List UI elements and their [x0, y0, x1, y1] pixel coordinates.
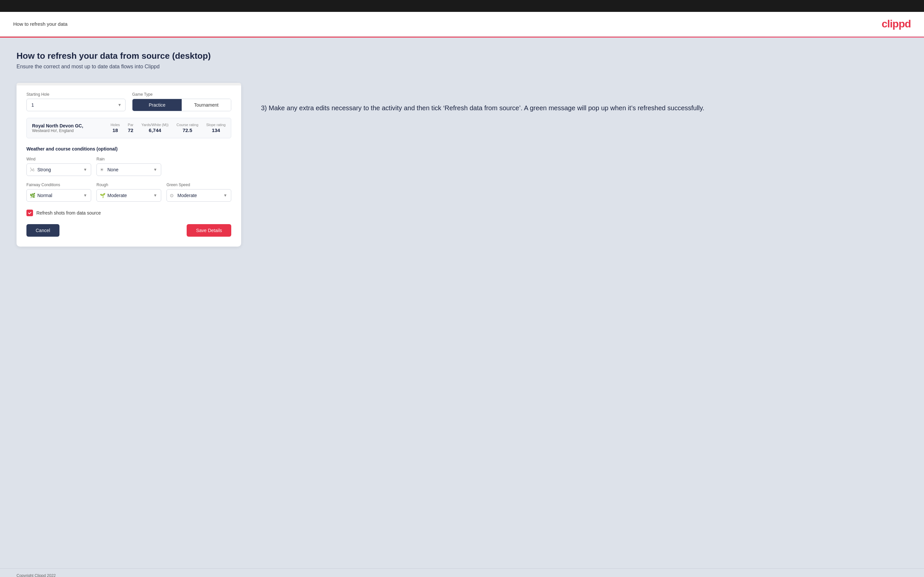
- copyright-text: Copyright Clippd 2022: [16, 573, 56, 577]
- fairway-group: Fairway Conditions 🌿 Normal Soft Firm ▼: [26, 182, 91, 202]
- weather-section-title: Weather and course conditions (optional): [26, 146, 231, 152]
- stat-course-rating: Course rating 72.5: [176, 123, 198, 133]
- practice-button[interactable]: Practice: [132, 99, 182, 111]
- green-speed-group: Green Speed ⊙ Moderate Slow Fast ▼: [166, 182, 231, 202]
- starting-hole-label: Starting Hole: [26, 92, 126, 97]
- rough-select[interactable]: Moderate Short Long: [97, 189, 161, 202]
- game-type-toggle: Practice Tournament: [132, 99, 231, 111]
- holes-label: Holes: [111, 123, 120, 127]
- game-type-group: Game Type Practice Tournament: [132, 92, 231, 111]
- course-location: Westward Ho!, England: [32, 128, 111, 133]
- form-row-top: Starting Hole 1 10 ▼ Game Type Practice …: [26, 92, 231, 111]
- side-note: 3) Make any extra edits necessary to the…: [261, 83, 908, 113]
- slope-rating-label: Slope rating: [206, 123, 226, 127]
- wind-select-wrapper: 🌬 Strong None Light Moderate ▼: [26, 163, 91, 176]
- refresh-label: Refresh shots from data source: [36, 210, 101, 216]
- starting-hole-select[interactable]: 1 10: [26, 99, 126, 111]
- wind-label: Wind: [26, 157, 91, 161]
- course-row: Royal North Devon GC, Westward Ho!, Engl…: [26, 118, 231, 138]
- slope-rating-value: 134: [212, 127, 220, 133]
- checkmark-icon: [28, 211, 32, 215]
- par-value: 72: [128, 127, 134, 133]
- cancel-button[interactable]: Cancel: [26, 224, 60, 237]
- wind-rain-row: Wind 🌬 Strong None Light Moderate ▼ Rain: [26, 157, 231, 176]
- starting-hole-select-wrapper: 1 10 ▼: [26, 99, 126, 111]
- rough-label: Rough: [97, 182, 161, 187]
- rough-select-wrapper: 🌱 Moderate Short Long ▼: [97, 189, 161, 202]
- course-stats: Holes 18 Par 72 Yards/White (M)) 6,744 C…: [111, 123, 226, 133]
- wind-group: Wind 🌬 Strong None Light Moderate ▼: [26, 157, 91, 176]
- conditions-bottom-row: Fairway Conditions 🌿 Normal Soft Firm ▼ …: [26, 182, 231, 202]
- holes-value: 18: [112, 127, 118, 133]
- rain-select-wrapper: ☀ None Light Moderate Heavy ▼: [97, 163, 161, 176]
- starting-hole-group: Starting Hole 1 10 ▼: [26, 92, 126, 111]
- tournament-button[interactable]: Tournament: [182, 99, 231, 111]
- rain-label: Rain: [97, 157, 161, 161]
- course-info: Royal North Devon GC, Westward Ho!, Engl…: [32, 123, 111, 133]
- rain-select[interactable]: None Light Moderate Heavy: [97, 163, 161, 176]
- footer: Copyright Clippd 2022: [0, 569, 924, 577]
- green-speed-label: Green Speed: [166, 182, 231, 187]
- button-row: Cancel Save Details: [26, 224, 231, 237]
- stat-yards: Yards/White (M)) 6,744: [141, 123, 168, 133]
- fairway-select-wrapper: 🌿 Normal Soft Firm ▼: [26, 189, 91, 202]
- green-speed-select-wrapper: ⊙ Moderate Slow Fast ▼: [166, 189, 231, 202]
- page-heading: How to refresh your data from source (de…: [16, 51, 908, 61]
- green-speed-select[interactable]: Moderate Slow Fast: [166, 189, 231, 202]
- content-area: Starting Hole 1 10 ▼ Game Type Practice …: [16, 83, 908, 247]
- yards-label: Yards/White (M)): [141, 123, 168, 127]
- fairway-label: Fairway Conditions: [26, 182, 91, 187]
- page-subheading: Ensure the correct and most up to date d…: [16, 64, 908, 70]
- yards-value: 6,744: [149, 127, 161, 133]
- refresh-checkbox-row[interactable]: Refresh shots from data source: [26, 210, 231, 216]
- form-card: Starting Hole 1 10 ▼ Game Type Practice …: [16, 83, 241, 247]
- wind-select[interactable]: Strong None Light Moderate: [26, 163, 91, 176]
- refresh-checkbox[interactable]: [26, 210, 33, 216]
- rough-group: Rough 🌱 Moderate Short Long ▼: [97, 182, 161, 202]
- par-label: Par: [128, 123, 134, 127]
- side-note-text: 3) Make any extra edits necessary to the…: [261, 103, 908, 113]
- stat-holes: Holes 18: [111, 123, 120, 133]
- save-button[interactable]: Save Details: [187, 224, 231, 237]
- rain-group: Rain ☀ None Light Moderate Heavy ▼: [97, 157, 161, 176]
- fairway-select[interactable]: Normal Soft Firm: [26, 189, 91, 202]
- stat-slope-rating: Slope rating 134: [206, 123, 226, 133]
- stat-par: Par 72: [128, 123, 134, 133]
- course-name: Royal North Devon GC,: [32, 123, 111, 128]
- course-rating-label: Course rating: [176, 123, 198, 127]
- top-bar: [0, 0, 924, 12]
- header: How to refresh your data clippd: [0, 12, 924, 37]
- logo: clippd: [882, 18, 911, 30]
- header-title: How to refresh your data: [13, 21, 68, 27]
- course-rating-value: 72.5: [183, 127, 192, 133]
- game-type-label: Game Type: [132, 92, 231, 97]
- card-top-strip: [16, 83, 241, 85]
- main-content: How to refresh your data from source (de…: [0, 38, 924, 569]
